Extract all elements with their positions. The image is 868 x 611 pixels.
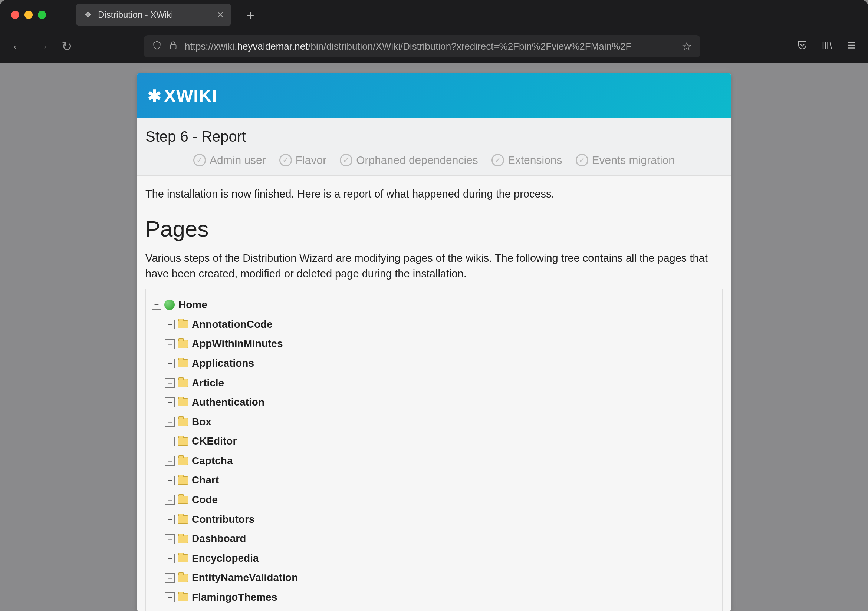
xwiki-logo[interactable]: ✱XWIKI — [148, 86, 217, 106]
tree-root-label: Home — [178, 297, 207, 312]
toolbar-right — [797, 40, 857, 53]
reload-button[interactable]: ↻ — [62, 39, 72, 54]
expand-icon[interactable]: ＋ — [165, 359, 175, 368]
minimize-window-button[interactable] — [25, 11, 33, 19]
tree-item-label: Article — [192, 376, 224, 391]
tree-item-label: Dashboard — [192, 531, 246, 546]
tree-item[interactable]: ＋AppWithinMinutes — [152, 334, 716, 354]
section-body: Various steps of the Distribution Wizard… — [146, 250, 722, 282]
close-window-button[interactable] — [11, 11, 19, 19]
tree-item-label: Captcha — [192, 453, 232, 469]
expand-icon[interactable]: ＋ — [165, 554, 175, 563]
page-header: ✱XWIKI — [137, 73, 731, 118]
tree-item-label: AnnotationCode — [192, 317, 273, 332]
folder-icon — [178, 379, 188, 387]
expand-icon[interactable]: ＋ — [165, 398, 175, 407]
folder-icon — [178, 496, 188, 504]
step-extensions: ✓ Extensions — [491, 154, 562, 167]
tree-item[interactable]: ＋Captcha — [152, 451, 716, 471]
check-icon: ✓ — [279, 154, 292, 167]
expand-icon[interactable]: ＋ — [165, 476, 175, 485]
folder-icon — [178, 535, 188, 543]
tree-item[interactable]: ＋FlamingoThemesCode — [152, 607, 716, 611]
tree-item[interactable]: ＋Box — [152, 412, 716, 432]
tab-favicon: ❖ — [83, 10, 93, 20]
expand-icon[interactable]: ＋ — [165, 320, 175, 329]
expand-icon[interactable]: ＋ — [165, 417, 175, 427]
browser-tab[interactable]: ❖ Distribution - XWiki ✕ — [76, 4, 231, 26]
intro-text: The installation is now finished. Here i… — [146, 186, 722, 202]
tree-item[interactable]: ＋Encyclopedia — [152, 549, 716, 568]
expand-icon[interactable]: ＋ — [165, 573, 175, 583]
expand-icon[interactable]: ＋ — [165, 378, 175, 388]
step-label: Events migration — [592, 154, 675, 167]
forward-button[interactable]: → — [36, 39, 49, 54]
collapse-icon[interactable]: − — [152, 300, 161, 309]
step-label: Orphaned dependencies — [356, 154, 478, 167]
step-title: Step 6 - Report — [146, 128, 722, 145]
tree-item[interactable]: ＋Authentication — [152, 393, 716, 412]
xwiki-logo-text: XWIKI — [164, 86, 217, 106]
svg-rect-0 — [170, 45, 176, 49]
pocket-icon[interactable] — [797, 40, 808, 53]
folder-icon — [178, 418, 188, 426]
tree-item-label: EntityNameValidation — [192, 570, 298, 585]
check-icon: ✓ — [340, 154, 352, 167]
tree-root[interactable]: − Home — [152, 295, 716, 315]
address-bar[interactable]: https://xwiki.heyvaldemar.net/bin/distri… — [144, 35, 700, 57]
window-controls — [11, 11, 46, 19]
expand-icon[interactable]: ＋ — [165, 437, 175, 446]
nav-bar: ← → ↻ https://xwiki.heyvaldemar.net/bin/… — [0, 29, 868, 63]
folder-icon — [178, 593, 188, 601]
step-list: ✓ Admin user ✓ Flavor ✓ Orphaned depende… — [146, 154, 722, 167]
bookmark-star-icon[interactable]: ☆ — [681, 39, 692, 53]
check-icon: ✓ — [193, 154, 206, 167]
tree-item-label: FlamingoThemesCode — [192, 609, 303, 611]
expand-icon[interactable]: ＋ — [165, 515, 175, 524]
expand-icon[interactable]: ＋ — [165, 495, 175, 504]
new-tab-button[interactable]: ＋ — [244, 6, 257, 23]
tree-item-label: FlamingoThemes — [192, 590, 277, 605]
tree-item[interactable]: ＋AnnotationCode — [152, 315, 716, 334]
tree-item[interactable]: ＋Code — [152, 490, 716, 510]
folder-icon — [178, 574, 188, 582]
check-icon: ✓ — [576, 154, 588, 167]
expand-icon[interactable]: ＋ — [165, 456, 175, 466]
step-flavor: ✓ Flavor — [279, 154, 326, 167]
url-text: https://xwiki.heyvaldemar.net/bin/distri… — [185, 41, 675, 52]
expand-icon[interactable]: ＋ — [165, 592, 175, 602]
library-icon[interactable] — [821, 40, 832, 53]
folder-icon — [178, 320, 188, 328]
tree-item[interactable]: ＋CKEditor — [152, 432, 716, 451]
tree-item-label: Encyclopedia — [192, 551, 259, 566]
tree-item[interactable]: ＋Contributors — [152, 510, 716, 529]
tree-item-label: AppWithinMinutes — [192, 336, 283, 351]
tree-item[interactable]: ＋FlamingoThemes — [152, 588, 716, 607]
tree-item-label: Chart — [192, 473, 219, 488]
folder-icon — [178, 438, 188, 445]
expand-icon[interactable]: ＋ — [165, 339, 175, 349]
step-bar: Step 6 - Report ✓ Admin user ✓ Flavor ✓ … — [137, 118, 731, 176]
maximize-window-button[interactable] — [38, 11, 46, 19]
tree-item[interactable]: ＋Dashboard — [152, 529, 716, 549]
folder-icon — [178, 554, 188, 562]
tree-item-label: Code — [192, 492, 218, 507]
folder-icon — [178, 457, 188, 465]
tree-item[interactable]: ＋Chart — [152, 470, 716, 490]
close-tab-button[interactable]: ✕ — [217, 10, 224, 20]
xwiki-logo-icon: ✱ — [148, 87, 162, 105]
step-label: Extensions — [508, 154, 562, 167]
step-events-migration: ✓ Events migration — [576, 154, 675, 167]
tree-item[interactable]: ＋Applications — [152, 354, 716, 373]
tree-item-label: Authentication — [192, 395, 265, 410]
folder-icon — [178, 359, 188, 367]
folder-icon — [178, 515, 188, 523]
expand-icon[interactable]: ＋ — [165, 534, 175, 544]
tree-item[interactable]: ＋Article — [152, 373, 716, 393]
menu-icon[interactable] — [846, 40, 857, 53]
content: The installation is now finished. Here i… — [137, 176, 731, 611]
back-button[interactable]: ← — [11, 39, 24, 54]
check-icon: ✓ — [491, 154, 504, 167]
tree-item[interactable]: ＋EntityNameValidation — [152, 568, 716, 588]
page-viewport: ✱XWIKI Step 6 - Report ✓ Admin user ✓ Fl… — [0, 63, 868, 611]
